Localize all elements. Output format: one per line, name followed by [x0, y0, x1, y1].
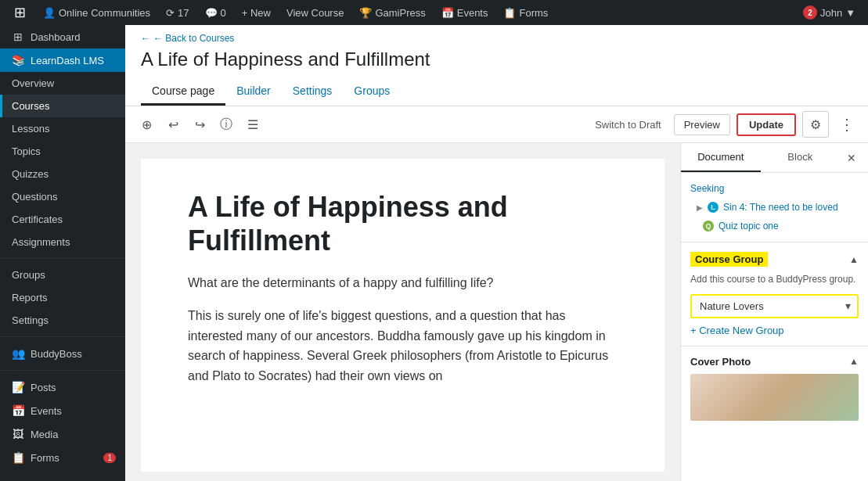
posts-icon: 📝 — [12, 381, 24, 393]
sidebar-item-questions[interactable]: Questions — [0, 185, 125, 208]
undo-button[interactable]: ↩ — [161, 113, 185, 136]
gamification-icon: 🏆 — [359, 7, 372, 19]
view-course-label: View Course — [286, 7, 344, 19]
sidebar-item-label: Questions — [12, 191, 58, 203]
sidebar-item-assignments[interactable]: Assignments — [0, 231, 125, 253]
adminbar-new[interactable]: + New — [236, 0, 277, 25]
sidebar-item-label: Posts — [31, 382, 56, 393]
course-group-header[interactable]: Course Group ▲ — [690, 252, 859, 267]
sidebar-item-label: Dashboard — [31, 31, 81, 43]
sidebar-item-label: Forms — [31, 452, 59, 464]
cover-photo-title: Cover Photo — [690, 356, 751, 368]
panel-close-button[interactable]: ✕ — [840, 146, 863, 170]
course-group-section: Course Group ▲ Add this course to a Budd… — [681, 242, 868, 346]
panel-tab-document[interactable]: Document — [681, 143, 761, 172]
chevron-right-icon: ▶ — [697, 203, 703, 212]
settings-gear-button[interactable]: ⚙ — [802, 111, 829, 138]
list-view-button[interactable]: ☰ — [241, 113, 265, 136]
course-group-chevron-icon: ▲ — [849, 254, 859, 265]
sidebar-item-settings[interactable]: Settings — [0, 309, 125, 332]
adminbar-view-course[interactable]: View Course — [280, 0, 350, 25]
sidebar-item-events[interactable]: 📅 Events — [0, 399, 125, 422]
sidebar-item-label: Assignments — [12, 236, 70, 248]
sidebar-item-forms[interactable]: 📋 Forms 1 — [0, 446, 125, 469]
site-name: Online Communities — [59, 7, 150, 19]
adminbar-comments[interactable]: 💬 0 — [199, 0, 232, 25]
sidebar-item-buddyboss[interactable]: 👥 BuddyBoss — [0, 342, 125, 365]
switch-to-draft-button[interactable]: Switch to Draft — [589, 116, 668, 134]
redo-button[interactable]: ↪ — [188, 113, 211, 136]
new-label: + New — [242, 7, 271, 19]
comments-count: 0 — [221, 7, 226, 19]
content-card: A Life of Happiness and Fulfillment What… — [141, 159, 665, 472]
sidebar-item-learndash[interactable]: 📚 LearnDash LMS — [0, 48, 125, 72]
update-button[interactable]: Update — [737, 113, 796, 136]
gamification-label: GamiPress — [375, 7, 425, 19]
tree-item-sin4[interactable]: ▶ L Sin 4: The need to be loved — [681, 198, 868, 217]
tree-item-quiz[interactable]: Q Quiz topic one — [681, 217, 868, 235]
media-icon: 🖼 — [12, 428, 24, 440]
tree-item-seeking[interactable]: Seeking — [681, 179, 868, 198]
cover-chevron-icon: ▲ — [849, 356, 859, 367]
right-panel: Document Block ✕ Seeking ▶ L Sin 4: The … — [680, 143, 868, 481]
adminbar-user[interactable]: 2 John ▼ — [797, 0, 862, 25]
updates-count: 17 — [178, 7, 189, 19]
sidebar-item-quizzes[interactable]: Quizzes — [0, 163, 125, 185]
sidebar-item-label: Quizzes — [12, 168, 49, 180]
sidebar-item-reports[interactable]: Reports — [0, 286, 125, 309]
cover-photo-preview — [690, 374, 859, 421]
sidebar-item-lessons[interactable]: Lessons — [0, 117, 125, 140]
site-icon: 👤 — [43, 7, 56, 19]
tab-groups[interactable]: Groups — [343, 78, 401, 106]
sidebar-item-label: Events — [31, 405, 62, 417]
sidebar-item-label: Media — [31, 429, 58, 440]
sidebar-item-label: Topics — [12, 145, 41, 157]
back-to-courses-link[interactable]: ← ← Back to Courses — [141, 33, 852, 44]
adminbar-events[interactable]: 📅 Events — [435, 0, 495, 25]
back-label: ← Back to Courses — [153, 33, 234, 44]
sidebar-item-overview[interactable]: Overview — [0, 72, 125, 95]
wp-logo-icon[interactable]: ⊞ — [6, 4, 34, 21]
adminbar-updates[interactable]: ⟳ 17 — [160, 0, 195, 25]
user-avatar-icon: ▼ — [845, 7, 855, 19]
group-select-wrapper: Nature Lovers Study Group Online Learnin… — [690, 294, 859, 318]
group-select[interactable]: Nature Lovers Study Group Online Learnin… — [692, 296, 857, 317]
events-label: Events — [457, 7, 488, 19]
tab-course-page[interactable]: Course page — [141, 78, 225, 106]
sidebar-item-certificates[interactable]: Certificates — [0, 208, 125, 231]
buddyboss-icon: 👥 — [12, 347, 24, 360]
sidebar-item-groups[interactable]: Groups — [0, 264, 125, 286]
admin-bar: ⊞ 👤 Online Communities ⟳ 17 💬 0 + New Vi… — [0, 0, 868, 25]
seeking-label: Seeking — [690, 183, 724, 194]
editor-toolbar: ⊕ ↩ ↪ ⓘ ☰ Switch to Draft Preview Update… — [125, 106, 868, 143]
content-para-1: What are the determinants of a happy and… — [188, 273, 618, 293]
tab-settings[interactable]: Settings — [282, 78, 344, 106]
add-block-button[interactable]: ⊕ — [135, 113, 158, 136]
dashboard-icon: ⊞ — [12, 31, 24, 43]
sidebar-item-label: Lessons — [12, 123, 49, 135]
panel-tabs: Document Block ✕ — [681, 143, 868, 173]
user-name: John — [820, 7, 842, 19]
content-heading: A Life of Happiness and Fulfillment — [188, 190, 618, 257]
more-options-button[interactable]: ⋮ — [835, 113, 859, 136]
preview-button[interactable]: Preview — [674, 114, 730, 135]
sidebar-item-label: Reports — [12, 292, 48, 303]
create-new-group-link[interactable]: + Create New Group — [690, 325, 859, 336]
sidebar-item-dashboard[interactable]: ⊞ Dashboard — [0, 25, 125, 48]
adminbar-forms[interactable]: 📋 Forms — [497, 0, 554, 25]
panel-tab-block[interactable]: Block — [761, 143, 841, 172]
adminbar-gamification[interactable]: 🏆 GamiPress — [353, 0, 431, 25]
page-header: ← ← Back to Courses A Life of Happiness … — [125, 25, 868, 106]
adminbar-site[interactable]: 👤 Online Communities — [37, 0, 157, 25]
sidebar-item-courses[interactable]: Courses — [0, 95, 125, 117]
sidebar-item-posts[interactable]: 📝 Posts — [0, 375, 125, 399]
panel-tree: Seeking ▶ L Sin 4: The need to be loved … — [681, 173, 868, 242]
tab-builder[interactable]: Builder — [225, 78, 282, 106]
quiz-label: Quiz topic one — [719, 221, 779, 232]
cover-section-header[interactable]: Cover Photo ▲ — [690, 356, 859, 368]
info-button[interactable]: ⓘ — [214, 113, 238, 136]
sidebar-item-topics[interactable]: Topics — [0, 140, 125, 163]
sidebar-item-media[interactable]: 🖼 Media — [0, 422, 125, 446]
editor-content[interactable]: A Life of Happiness and Fulfillment What… — [125, 143, 680, 481]
ellipsis-icon: ⋮ — [839, 115, 855, 134]
